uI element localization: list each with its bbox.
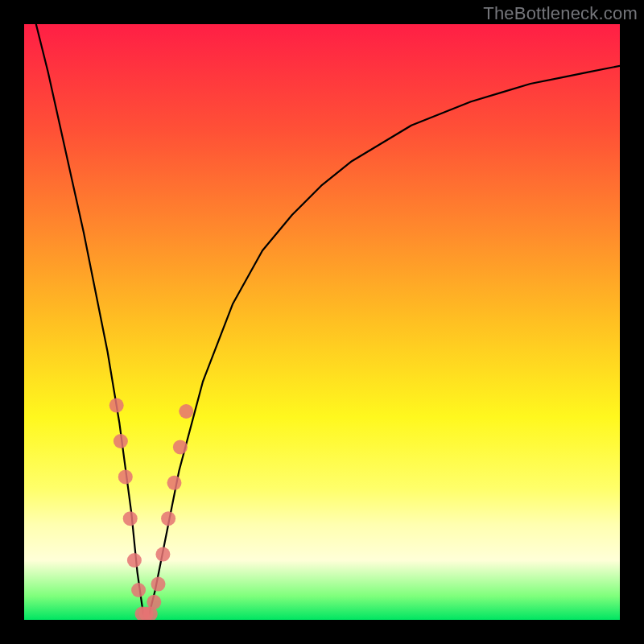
highlight-dot [109,398,124,413]
highlight-dot [147,595,161,609]
highlight-dot [118,469,133,484]
highlight-dot [151,577,166,592]
highlight-dot [131,583,146,597]
highlight-dot [179,404,193,419]
highlight-dot [155,547,170,562]
highlight-dot [167,476,181,490]
bottleneck-curve [36,24,620,614]
watermark-text: TheBottleneck.com [483,3,638,24]
highlight-dot [161,511,175,526]
chart-container: TheBottleneck.com [0,0,644,644]
highlight-dot [127,553,142,568]
highlight-dot [123,511,138,526]
plot-area [24,24,620,620]
chart-svg [24,24,620,620]
highlight-dot [173,440,188,454]
highlight-dot [114,434,128,448]
